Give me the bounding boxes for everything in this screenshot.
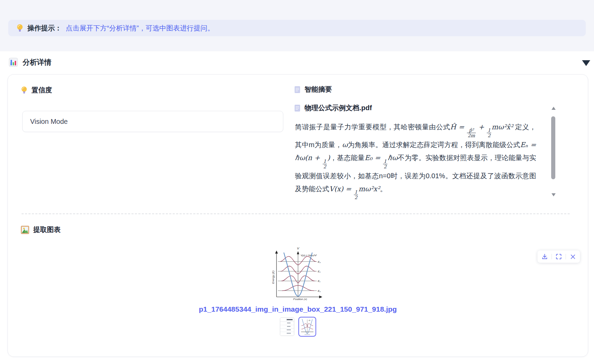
summary-section-title: 智能摘要 bbox=[294, 85, 332, 94]
chart-filename-link[interactable]: p1_1764485344_img_in_image_box_221_150_9… bbox=[199, 305, 397, 313]
analysis-details-card: 置信度 Vision Mode 智能摘要 物理公式示例文档.pdf 简谐振子是量… bbox=[8, 74, 588, 357]
energy-level-label: E₁ bbox=[318, 280, 320, 283]
document-icon bbox=[294, 86, 300, 93]
document-title-row: 物理公式示例文档.pdf bbox=[294, 103, 372, 113]
chart-thumbnail-selected[interactable]: ≈ψ bbox=[298, 317, 316, 337]
harmonic-oscillator-figure: Energy (E) Position (x) V V(x) = ½mω²x² … bbox=[271, 245, 325, 300]
lightbulb-icon bbox=[16, 24, 23, 32]
scroll-down-icon[interactable] bbox=[552, 193, 556, 196]
energy-level-label: E₃ bbox=[318, 260, 320, 263]
lightbulb-icon bbox=[21, 86, 27, 94]
chart-display-block: Energy (E) Position (x) V V(x) = ½mω²x² … bbox=[8, 245, 588, 337]
thumbnails-row: ≈ψ bbox=[280, 317, 316, 337]
section-divider bbox=[22, 213, 570, 214]
picture-icon bbox=[21, 226, 29, 234]
extracted-chart-image[interactable]: Energy (E) Position (x) V V(x) = ½mω²x² … bbox=[271, 245, 325, 300]
figure-xlabel: Position (x) bbox=[293, 298, 307, 300]
summary-scrollbar[interactable] bbox=[550, 107, 556, 196]
confidence-value-box: Vision Mode bbox=[22, 111, 283, 132]
tip-banner: 操作提示： 点击展开下方“分析详情”，可选中图表进行提问。 bbox=[8, 20, 586, 36]
table-thumbnail[interactable] bbox=[280, 317, 294, 336]
svg-text:≈ψ: ≈ψ bbox=[308, 320, 310, 321]
confidence-section-title: 置信度 bbox=[21, 86, 52, 95]
tip-text: 点击展开下方“分析详情”，可选中图表进行提问。 bbox=[66, 24, 214, 33]
bar-chart-icon bbox=[9, 58, 18, 67]
chart-thumbnail-image: ≈ψ bbox=[300, 318, 315, 335]
analysis-details-header[interactable]: 分析详情 bbox=[9, 57, 51, 67]
document-icon bbox=[294, 104, 300, 112]
extracted-charts-title-label: 提取图表 bbox=[33, 225, 61, 234]
confidence-title-label: 置信度 bbox=[32, 86, 52, 95]
extracted-charts-section-title: 提取图表 bbox=[21, 225, 61, 234]
table-thumbnail-image bbox=[280, 318, 294, 336]
figure-ylabel: Energy (E) bbox=[272, 270, 275, 284]
figure-v-label: V bbox=[297, 247, 299, 250]
scrollbar-thumb[interactable] bbox=[551, 116, 555, 179]
scroll-up-icon[interactable] bbox=[552, 107, 556, 110]
document-name: 物理公式示例文档.pdf bbox=[305, 103, 372, 113]
energy-level-label: E₂ bbox=[318, 270, 320, 273]
summary-text: 简谐振子是量子力学重要模型，其哈密顿量由公式Ĥ = p̂²2m + 12mω²x… bbox=[295, 120, 536, 200]
energy-level-label: E₀ bbox=[318, 289, 320, 292]
tip-label: 操作提示： bbox=[27, 24, 62, 33]
confidence-mode-value: Vision Mode bbox=[30, 118, 68, 126]
collapse-triangle-icon[interactable] bbox=[582, 60, 590, 66]
summary-title-label: 智能摘要 bbox=[305, 85, 332, 94]
analysis-details-title: 分析详情 bbox=[23, 57, 51, 67]
